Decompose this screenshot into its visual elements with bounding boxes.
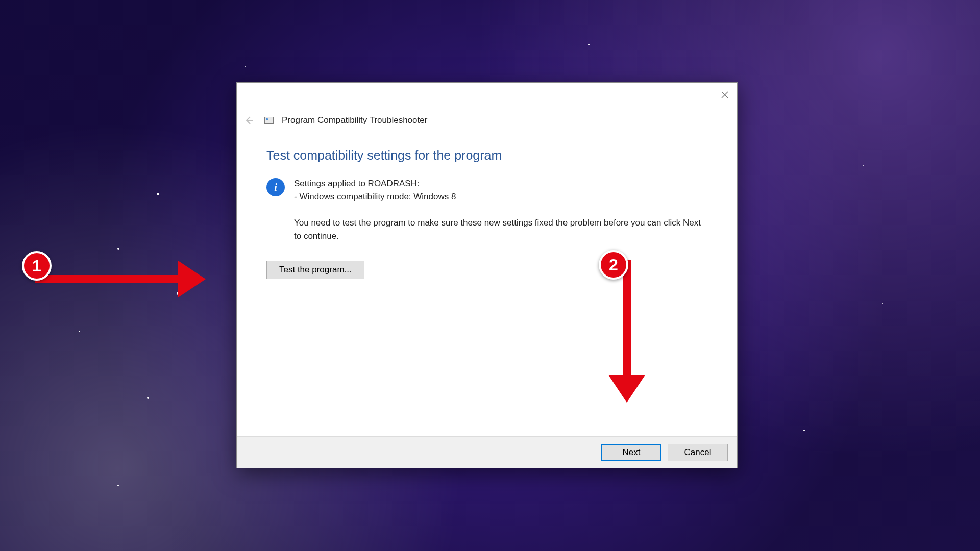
close-icon [721, 91, 728, 98]
footer-bar: Next Cancel [237, 436, 737, 468]
back-arrow-icon [244, 115, 254, 126]
instruction-text: You need to test the program to make sur… [294, 216, 702, 242]
settings-applied-line: Settings applied to ROADRASH: [294, 177, 456, 190]
close-button[interactable] [717, 87, 733, 103]
page-heading: Test compatibility settings for the prog… [266, 148, 707, 163]
info-row: i Settings applied to ROADRASH: - Window… [266, 177, 707, 203]
annotation-arrow-1 [35, 261, 206, 297]
desktop-background: Program Compatibility Troubleshooter Tes… [0, 0, 980, 551]
next-button[interactable]: Next [601, 444, 662, 461]
troubleshooter-icon [263, 115, 275, 126]
header-row: Program Compatibility Troubleshooter [237, 107, 737, 128]
window-title: Program Compatibility Troubleshooter [282, 115, 427, 126]
annotation-badge-1: 1 [22, 251, 52, 281]
content-area: Test compatibility settings for the prog… [237, 128, 737, 279]
troubleshooter-window: Program Compatibility Troubleshooter Tes… [236, 82, 738, 468]
info-icon: i [266, 178, 285, 196]
compatibility-mode-line: - Windows compatibility mode: Windows 8 [294, 190, 456, 204]
back-button[interactable] [242, 113, 256, 128]
test-program-button[interactable]: Test the program... [266, 261, 364, 279]
cancel-button[interactable]: Cancel [668, 444, 728, 461]
info-text: Settings applied to ROADRASH: - Windows … [294, 177, 456, 203]
titlebar [237, 83, 737, 107]
